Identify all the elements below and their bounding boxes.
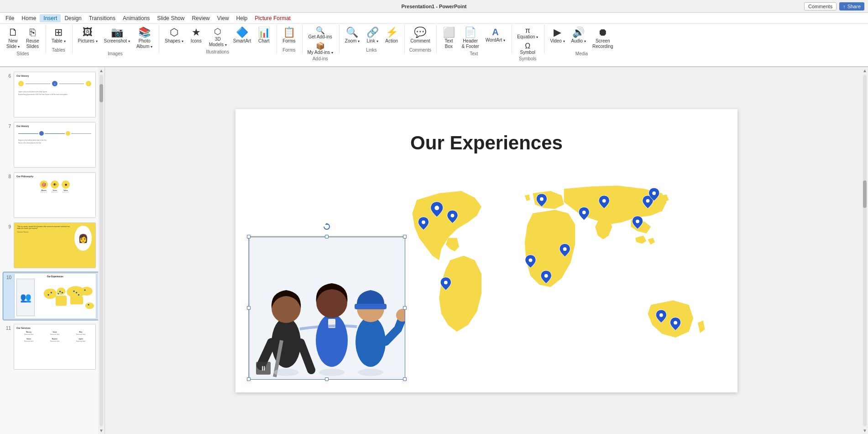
get-addins-button[interactable]: 🔍 Get Add-ins	[305, 26, 335, 41]
canvas-scroll-thumb[interactable]	[863, 180, 867, 208]
svg-point-19	[422, 220, 425, 224]
canvas-right-scrollbar[interactable]: ▲ ▼	[862, 67, 868, 434]
addins-column: 🔍 Get Add-ins 📦 My Add-ins ▾	[305, 26, 335, 56]
forms-button[interactable]: 📋 Forms	[280, 26, 298, 46]
audio-button[interactable]: 🔊 Audio ▾	[569, 26, 589, 46]
symbol-icon: Ω	[525, 42, 530, 50]
svg-point-24	[540, 197, 544, 201]
main-area: 6 Our History ● ● ● Jupiter is the secon…	[0, 67, 868, 434]
menu-picture-format[interactable]: Picture Format	[251, 14, 294, 22]
menu-insert[interactable]: Insert	[40, 14, 61, 22]
menu-file[interactable]: File	[2, 14, 18, 22]
table-button[interactable]: ⊞ Table ▾	[49, 26, 68, 46]
ribbon-group-comments-items: 💬 Comment	[408, 25, 433, 48]
menu-animations[interactable]: Animations	[119, 14, 153, 22]
shapes-button[interactable]: ⬡ Shapes ▾	[162, 26, 186, 46]
smartart-button[interactable]: 🔷 SmartArt	[230, 26, 254, 46]
ribbon-group-illustrations: ⬡ Shapes ▾ ★ Icons ⬡ 3DModels ▾ 🔷 SmartA…	[160, 25, 277, 53]
slide-thumb-8[interactable]: 8 Our Philosophy 🎯 Mission Jupiter is th…	[3, 171, 102, 219]
slide-thumb-7[interactable]: 7 Our History Neptune is the furthest pl…	[3, 121, 102, 169]
action-icon: ⚡	[386, 27, 398, 37]
app-title: Presentation1 - PowerPoint	[401, 4, 466, 9]
slide-thumb-9[interactable]: 9 "This is a quote, words full of wisdom…	[3, 222, 102, 269]
video-button[interactable]: ▶ Video ▾	[547, 26, 567, 46]
person-illustration[interactable]: ⏸	[249, 237, 404, 379]
menu-view[interactable]: View	[214, 14, 233, 22]
slide-preview-8: Our Philosophy 🎯 Mission Jupiter is the.…	[14, 172, 96, 218]
ribbon-group-tables: ⊞ Table ▾ Tables	[47, 25, 73, 53]
svg-point-27	[646, 199, 650, 202]
slide-preview-7: Our History Neptune is the furthest plan…	[14, 122, 96, 168]
svg-rect-40	[355, 304, 387, 309]
svg-point-5	[81, 287, 93, 296]
icons-button[interactable]: ★ Icons	[187, 26, 205, 46]
menu-review[interactable]: Review	[188, 14, 213, 22]
my-addins-button[interactable]: 📦 My Add-ins ▾	[305, 41, 335, 56]
share-button[interactable]: ↑ Share	[839, 2, 864, 11]
reuse-slides-button[interactable]: ⎘ ReuseSlides	[23, 26, 42, 51]
photo-album-button[interactable]: 📚 PhotoAlbum ▾	[134, 26, 155, 51]
scroll-up-arrow[interactable]: ▲	[99, 67, 104, 74]
comments-button[interactable]: Comments	[804, 2, 837, 11]
symbol-button[interactable]: Ω Symbol	[515, 41, 540, 56]
svg-point-6	[85, 302, 94, 309]
pause-icon[interactable]: ⏸	[256, 362, 271, 375]
slide-title: Our Experiences	[235, 132, 737, 154]
svg-point-18	[451, 213, 455, 217]
get-addins-icon: 🔍	[316, 27, 325, 34]
canvas-area[interactable]: Our Experiences	[105, 67, 868, 434]
action-button[interactable]: ⚡ Action	[382, 26, 401, 46]
slide-thumb-10[interactable]: 10 Our Experiences 👥	[3, 272, 102, 320]
chart-button[interactable]: 📊 Chart	[255, 26, 273, 46]
link-button[interactable]: 🔗 Link ▾	[363, 26, 382, 46]
slide-thumb-11[interactable]: 11 Our Services MercurySome text here Ve…	[3, 323, 102, 370]
comment-button[interactable]: 💬 Comment	[408, 26, 433, 46]
slide-num-8: 8	[4, 172, 11, 179]
svg-point-15	[84, 289, 85, 291]
svg-point-17	[434, 206, 439, 210]
shapes-icon: ⬡	[170, 27, 178, 37]
symbols-column: π Equation ▾ Ω Symbol	[515, 26, 540, 56]
smartart-icon: 🔷	[236, 27, 248, 37]
text-box-button[interactable]: ⬜ TextBox	[439, 26, 458, 51]
rotate-handle[interactable]	[323, 223, 330, 230]
media-group-label: Media	[575, 51, 588, 57]
images-group-label: Images	[108, 51, 123, 57]
3d-models-icon: ⬡	[214, 27, 221, 36]
menu-bar: File Home Insert Design Transitions Anim…	[0, 13, 868, 24]
scroll-thumb[interactable]	[99, 84, 103, 102]
header-footer-button[interactable]: 📄 Header& Footer	[459, 26, 481, 51]
text-group-label: Text	[470, 51, 478, 57]
screenshot-button[interactable]: 📷 Screenshot ▾	[101, 26, 133, 46]
wordart-button[interactable]: A WordArt ▾	[483, 26, 508, 45]
world-map[interactable]	[400, 173, 719, 370]
menu-transitions[interactable]: Transitions	[85, 14, 119, 22]
wordart-icon: A	[492, 27, 498, 37]
canvas-scroll-up[interactable]: ▲	[863, 67, 867, 74]
menu-design[interactable]: Design	[61, 14, 85, 22]
menu-home[interactable]: Home	[18, 14, 40, 22]
menu-slideshow[interactable]: Slide Show	[153, 14, 188, 22]
screen-recording-button[interactable]: ⏺ ScreenRecording	[590, 26, 616, 51]
links-group-label: Links	[366, 48, 376, 53]
3d-models-button[interactable]: ⬡ 3DModels ▾	[206, 26, 230, 49]
slide-thumb-6[interactable]: 6 Our History ● ● ● Jupiter is the secon…	[3, 71, 102, 118]
new-slide-button[interactable]: 🗋 NewSlide ▾	[4, 26, 22, 51]
header-footer-icon: 📄	[464, 27, 476, 37]
menu-help[interactable]: Help	[233, 14, 251, 22]
svg-point-16	[88, 304, 89, 305]
ribbon-group-symbols: π Equation ▾ Ω Symbol Symbols	[513, 25, 544, 53]
screen-recording-icon: ⏺	[598, 27, 608, 37]
ribbon-group-media-items: ▶ Video ▾ 🔊 Audio ▾ ⏺ ScreenRecording	[547, 25, 616, 51]
pictures-button[interactable]: 🖼 Pictures ▾	[75, 26, 100, 46]
ribbon-group-addins: 🔍 Get Add-ins 📦 My Add-ins ▾ Add-ins	[303, 25, 340, 53]
slide-num-7: 7	[4, 122, 11, 129]
canvas-scroll-down[interactable]: ▼	[863, 427, 867, 434]
svg-rect-2	[56, 296, 67, 306]
ribbon-group-slides: 🗋 NewSlide ▾ ⎘ ReuseSlides Slides	[2, 25, 46, 53]
scroll-down-arrow[interactable]: ▼	[99, 427, 104, 434]
zoom-button[interactable]: 🔍 Zoom ▾	[342, 26, 362, 46]
equation-button[interactable]: π Equation ▾	[515, 26, 540, 41]
slides-scrollbar[interactable]: ▲ ▼	[98, 67, 105, 434]
svg-point-20	[444, 281, 448, 284]
